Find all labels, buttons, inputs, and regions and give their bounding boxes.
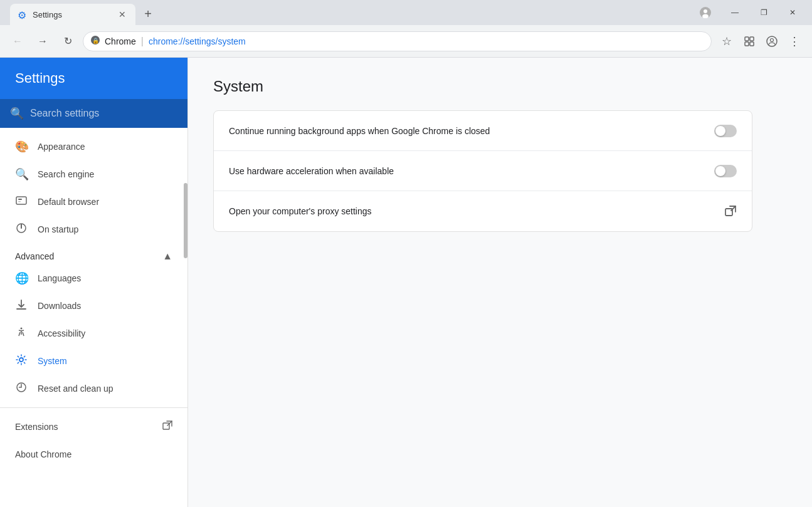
tab-title: Settings	[33, 10, 112, 19]
default-browser-icon	[15, 196, 28, 207]
sidebar-title: Settings	[15, 70, 65, 86]
on-startup-label: On startup	[38, 224, 78, 234]
svg-rect-11	[16, 197, 26, 204]
settings-row-hardware-accel: Use hardware acceleration when available	[214, 151, 752, 191]
languages-label: Languages	[38, 273, 81, 283]
settings-row-proxy[interactable]: Open your computer's proxy settings	[214, 191, 752, 231]
url-bar[interactable]: 🔒 Chrome | chrome://settings/system	[83, 31, 712, 51]
toggle-thumb-hardware	[715, 166, 725, 176]
sidebar-item-default-browser[interactable]: Default browser	[0, 188, 187, 216]
menu-button[interactable]: ⋮	[784, 31, 804, 51]
title-bar: ⚙ Settings ✕ + — ❐ ✕	[0, 0, 812, 25]
bookmark-button[interactable]: ☆	[717, 31, 737, 51]
extensions-label: Extensions	[15, 422, 58, 432]
profile-button[interactable]	[695, 3, 715, 23]
active-tab[interactable]: ⚙ Settings ✕	[10, 4, 135, 25]
proxy-text: Open your computer's proxy settings	[229, 206, 724, 216]
sidebar-item-languages[interactable]: 🌐 Languages	[0, 264, 187, 292]
proxy-external-link[interactable]	[724, 205, 737, 217]
address-url: chrome://settings/system	[149, 36, 246, 46]
svg-rect-6	[750, 37, 754, 41]
sidebar-item-extensions[interactable]: Extensions	[0, 413, 187, 441]
address-bar: ← → ↻ 🔒 Chrome | chrome://settings/syste…	[0, 25, 812, 58]
background-apps-toggle-container	[714, 125, 737, 137]
search-bar[interactable]: 🔍	[0, 99, 187, 128]
svg-point-18	[19, 358, 23, 362]
system-icon	[15, 354, 28, 368]
tab-close-button[interactable]: ✕	[117, 9, 128, 20]
sidebar-item-downloads[interactable]: Downloads	[0, 292, 187, 320]
hardware-accel-text: Use hardware acceleration when available	[229, 166, 714, 176]
browser-frame: ⚙ Settings ✕ + — ❐ ✕ ← → ↻	[0, 0, 812, 507]
languages-icon: 🌐	[15, 271, 28, 285]
advanced-label: Advanced	[15, 251, 54, 261]
forward-button[interactable]: →	[33, 31, 53, 51]
maximize-button[interactable]: ❐	[749, 0, 778, 25]
open-external-icon	[724, 205, 737, 217]
scrollbar-thumb[interactable]	[184, 183, 187, 258]
about-chrome-label: About Chrome	[15, 449, 71, 459]
sidebar-nav: 🎨 Appearance 🔍 Search engine Default bro…	[0, 128, 187, 473]
user-icon	[766, 36, 778, 47]
background-apps-toggle[interactable]	[714, 125, 737, 137]
address-scheme: Chrome	[105, 36, 136, 46]
reset-icon	[15, 382, 28, 396]
svg-rect-8	[750, 42, 754, 46]
sidebar-item-on-startup[interactable]: On startup	[0, 216, 187, 243]
close-button[interactable]: ✕	[778, 0, 807, 25]
system-label: System	[38, 356, 67, 366]
svg-rect-5	[745, 37, 749, 41]
sidebar-header: Settings	[0, 58, 187, 99]
background-apps-text: Continue running background apps when Go…	[229, 126, 714, 136]
main-layout: Settings 🔍 🎨 Appearance 🔍 Search engine	[0, 58, 812, 507]
sidebar-item-reset[interactable]: Reset and clean up	[0, 375, 187, 402]
hardware-accel-toggle-container	[714, 165, 737, 177]
search-engine-icon: 🔍	[15, 167, 28, 181]
profile-icon	[700, 7, 711, 18]
toggle-thumb-background	[715, 126, 725, 136]
user-button[interactable]	[762, 31, 782, 51]
sidebar: Settings 🔍 🎨 Appearance 🔍 Search engine	[0, 58, 188, 507]
sidebar-item-search-engine[interactable]: 🔍 Search engine	[0, 160, 187, 188]
svg-point-1	[704, 9, 707, 13]
sidebar-item-about-chrome[interactable]: About Chrome	[0, 441, 187, 468]
hardware-accel-toggle[interactable]	[714, 165, 737, 177]
minimize-button[interactable]: —	[720, 0, 749, 25]
downloads-icon	[15, 299, 28, 313]
default-browser-label: Default browser	[38, 197, 99, 207]
extensions-button[interactable]	[739, 31, 759, 51]
svg-text:🔒: 🔒	[92, 37, 100, 44]
settings-row-background-apps: Continue running background apps when Go…	[214, 111, 752, 151]
advanced-section-header[interactable]: Advanced ▲	[0, 243, 187, 264]
lock-icon: 🔒	[91, 36, 100, 46]
reload-button[interactable]: ↻	[58, 31, 78, 51]
search-engine-label: Search engine	[38, 169, 94, 179]
sidebar-divider	[0, 407, 187, 408]
svg-rect-12	[18, 199, 22, 200]
new-tab-button[interactable]: +	[138, 4, 158, 24]
svg-point-10	[771, 38, 774, 41]
on-startup-icon	[15, 222, 28, 237]
svg-point-17	[21, 327, 23, 329]
search-input[interactable]	[30, 108, 177, 119]
main-content: System Continue running background apps …	[188, 58, 812, 507]
tab-favicon: ⚙	[18, 9, 28, 19]
settings-card: Continue running background apps when Go…	[213, 110, 752, 232]
tabs-bar: ⚙ Settings ✕ +	[5, 0, 720, 25]
back-button[interactable]: ←	[8, 31, 28, 51]
scrollbar-track	[184, 58, 187, 507]
sidebar-item-accessibility[interactable]: Accessibility	[0, 320, 187, 347]
appearance-label: Appearance	[38, 142, 85, 152]
reset-label: Reset and clean up	[38, 384, 113, 394]
svg-rect-20	[163, 423, 169, 429]
toolbar-icons: ☆ ⋮	[717, 31, 804, 51]
sidebar-item-appearance[interactable]: 🎨 Appearance	[0, 133, 187, 160]
external-link-icon	[162, 421, 172, 433]
advanced-arrow: ▲	[162, 251, 172, 262]
sidebar-item-system[interactable]: System	[0, 347, 187, 375]
puzzle-icon	[744, 36, 755, 47]
downloads-label: Downloads	[38, 301, 81, 311]
appearance-icon: 🎨	[15, 140, 28, 154]
window-controls: — ❐ ✕	[720, 0, 807, 25]
search-icon: 🔍	[10, 107, 24, 120]
